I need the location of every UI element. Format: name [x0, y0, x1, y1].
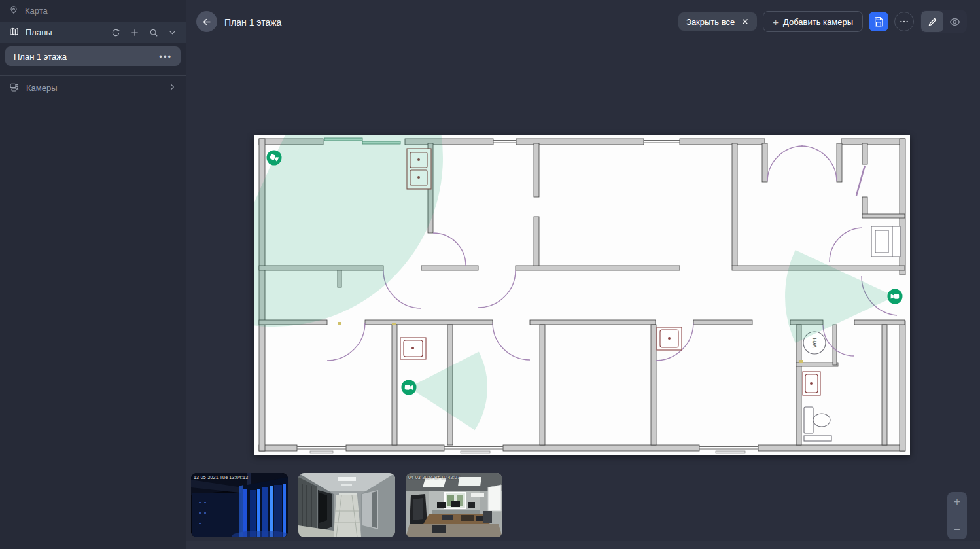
- video-camera-icon: [891, 294, 900, 299]
- back-button[interactable]: [196, 11, 217, 32]
- folded-map-icon: [9, 27, 19, 39]
- close-all-label: Закрыть все: [686, 17, 735, 27]
- add-plan-icon[interactable]: [130, 28, 139, 37]
- close-icon[interactable]: [741, 18, 749, 26]
- office-preview: [406, 473, 502, 537]
- plan-item-more-icon[interactable]: •••: [159, 52, 172, 62]
- page-title: План 1 этажа: [224, 17, 281, 27]
- chevron-right-icon: [167, 82, 177, 94]
- camera-thumb-server-room[interactable]: 13-05-2021 Tue 13:04:13: [191, 473, 288, 537]
- camera-thumb-corridor[interactable]: [298, 473, 395, 537]
- more-button[interactable]: [894, 12, 914, 31]
- edit-mode-button[interactable]: [921, 11, 943, 32]
- map-pin-icon: [9, 5, 18, 16]
- sidebar-item-plans[interactable]: Планы: [0, 22, 186, 43]
- camera-fov: [785, 250, 895, 343]
- camera-thumb-office[interactable]: 04-03-2024 Вт 10:42:07: [406, 473, 502, 537]
- refresh-icon[interactable]: [111, 28, 120, 37]
- zoom-in-button[interactable]: +: [947, 496, 967, 507]
- map-zoom-control: + −: [947, 492, 967, 539]
- save-button[interactable]: [869, 12, 888, 31]
- camera-fov: [254, 135, 443, 327]
- add-cameras-button[interactable]: + Добавить камеры: [763, 11, 863, 32]
- floor-plan[interactable]: WH: [254, 135, 910, 455]
- pencil-icon: [928, 17, 937, 27]
- plans-actions: [111, 28, 177, 37]
- bottom-strip: [186, 541, 980, 549]
- sidebar-plan-item-selected[interactable]: План 1 этажа •••: [5, 46, 181, 66]
- server-room-preview: [191, 473, 288, 537]
- mode-toggle: [920, 10, 967, 33]
- close-all-button[interactable]: Закрыть все: [678, 12, 757, 31]
- camera-thumbnails: 13-05-2021 Tue 13:04:13: [191, 473, 502, 537]
- cameras-icon: [9, 82, 20, 94]
- plan-item-label: План 1 этажа: [14, 52, 67, 62]
- main-area: План 1 этажа Закрыть все + Добавить каме…: [186, 0, 980, 549]
- thumb-timestamp: 04-03-2024 Вт 10:42:07: [408, 475, 460, 480]
- chevron-down-icon[interactable]: [168, 28, 177, 37]
- plus-icon: +: [773, 16, 779, 27]
- camera-marker[interactable]: [402, 380, 417, 395]
- corridor-preview: [298, 473, 395, 537]
- topbar-actions: Закрыть все + Добавить камеры: [678, 10, 967, 33]
- sidebar-item-cameras[interactable]: Камеры: [0, 76, 186, 99]
- eye-icon: [949, 16, 960, 27]
- floor-plan-svg: WH: [254, 135, 910, 455]
- camera-marker[interactable]: [267, 151, 282, 166]
- sidebar-plans-label: Планы: [26, 27, 52, 37]
- ellipsis-icon: [899, 16, 909, 27]
- add-cameras-label: Добавить камеры: [783, 17, 853, 27]
- search-icon[interactable]: [149, 28, 158, 37]
- svg-text:WH: WH: [811, 338, 818, 348]
- save-icon: [873, 16, 884, 27]
- zoom-out-button[interactable]: −: [947, 524, 967, 535]
- sidebar-item-map[interactable]: Карта: [0, 0, 186, 22]
- sidebar: Карта Планы: [0, 0, 186, 549]
- sidebar-cameras-label: Камеры: [26, 83, 58, 93]
- sidebar-map-label: Карта: [25, 6, 48, 16]
- arrow-left-icon: [201, 16, 213, 27]
- thumb-timestamp: 13-05-2021 Tue 13:04:13: [194, 475, 248, 480]
- camera-marker[interactable]: [888, 289, 903, 304]
- view-mode-button[interactable]: [943, 11, 966, 32]
